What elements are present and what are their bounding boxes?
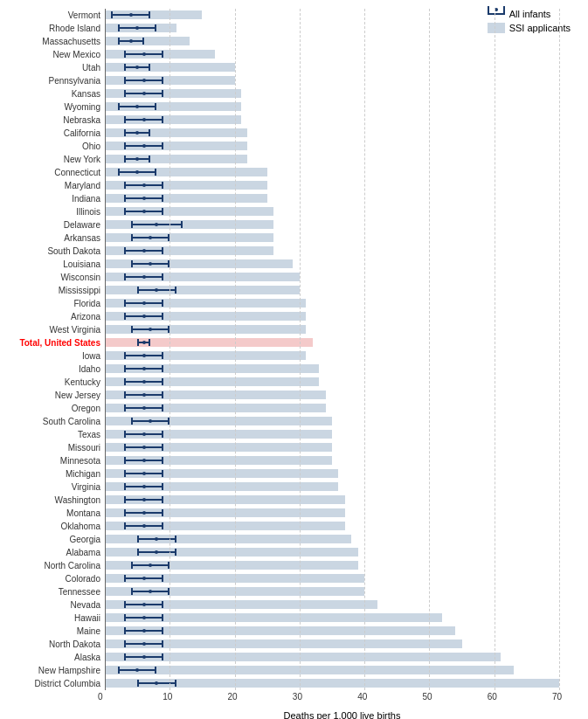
x-axis-tick-label: 60: [488, 692, 497, 702]
error-bar: [124, 377, 163, 386]
error-bar: [124, 351, 163, 360]
x-axis-tick-label: 20: [228, 692, 238, 702]
bar-row: Kansas: [105, 87, 559, 100]
state-label: Connecticut: [0, 168, 100, 177]
error-bar: [137, 679, 176, 688]
state-label: Minnesota: [0, 456, 100, 466]
state-label: Alabama: [0, 548, 100, 557]
error-bar: [124, 574, 163, 583]
error-bar: [124, 299, 163, 308]
bar-row: Florida: [105, 297, 559, 309]
ssi-bar: [105, 286, 300, 294]
state-label: Ohio: [0, 142, 100, 151]
state-label: Rhode Island: [0, 24, 100, 33]
error-bar: [124, 63, 150, 72]
error-bar: [118, 24, 157, 32]
bar-row: New York: [105, 153, 559, 165]
state-label: Arkansas: [0, 233, 100, 243]
error-bar: [131, 325, 170, 334]
bar-row: Ohio: [105, 140, 559, 152]
bar-row: Connecticut: [105, 166, 559, 178]
error-bar: [124, 639, 163, 648]
state-label: Nebraska: [0, 115, 100, 125]
bars-container: VermontRhode IslandMassachusettsNew Mexi…: [105, 9, 559, 689]
error-bar: [124, 391, 163, 399]
x-axis-tick-label: 40: [357, 692, 367, 702]
state-label: South Carolina: [0, 417, 100, 426]
state-label: Total, United States: [0, 338, 100, 348]
error-bar: [124, 495, 163, 504]
bar-row: Michigan: [105, 467, 559, 480]
state-label: Illinois: [0, 207, 100, 217]
error-bar: [137, 535, 176, 543]
bar-row: Hawaii: [105, 612, 559, 624]
state-label: Wisconsin: [0, 273, 100, 282]
state-label: New Mexico: [0, 50, 100, 59]
state-label: Alaska: [0, 653, 100, 662]
bar-row: Arkansas: [105, 232, 559, 244]
state-label: District Columbia: [0, 679, 100, 688]
state-label: New Hampshire: [0, 666, 100, 675]
error-bar: [124, 194, 163, 203]
state-label: Missouri: [0, 443, 100, 453]
state-label: Kentucky: [0, 377, 100, 387]
error-bar: [124, 50, 163, 59]
state-label: Tennessee: [0, 587, 100, 597]
error-bar: [124, 600, 163, 609]
error-bar: [131, 233, 170, 242]
state-label: Arizona: [0, 312, 100, 321]
state-label: New York: [0, 155, 100, 164]
x-axis-tick-label: 10: [163, 692, 172, 702]
state-label: Wyoming: [0, 102, 100, 112]
error-bar: [124, 443, 163, 452]
ssi-bar: [105, 666, 514, 674]
state-label: West Virginia: [0, 325, 100, 335]
bar-row: Texas: [105, 428, 559, 440]
error-bar: [124, 653, 163, 661]
state-label: Florida: [0, 299, 100, 308]
error-bar: [118, 168, 157, 176]
state-label: Hawaii: [0, 613, 100, 623]
bar-row: Georgia: [105, 533, 559, 545]
state-label: Utah: [0, 63, 100, 73]
state-label: Kansas: [0, 89, 100, 99]
x-axis-tick-label: 50: [422, 692, 432, 702]
error-bar: [118, 37, 144, 45]
bar-row: Washington: [105, 494, 559, 506]
bar-row: Maine: [105, 625, 559, 637]
error-bar: [124, 115, 163, 124]
bar-row: Kentucky: [105, 376, 559, 388]
bar-row: Maryland: [105, 179, 559, 191]
bar-row: Utah: [105, 61, 559, 73]
bar-row: Colorado: [105, 572, 559, 584]
state-label: Indiana: [0, 194, 100, 204]
state-label: Maryland: [0, 181, 100, 190]
state-label: Virginia: [0, 482, 100, 492]
state-label: Massachusetts: [0, 37, 100, 46]
state-label: Pennsylvania: [0, 76, 100, 86]
state-label: North Dakota: [0, 639, 100, 649]
bar-row: Minnesota: [105, 454, 559, 467]
error-bar: [124, 364, 163, 373]
state-label: New Jersey: [0, 391, 100, 400]
bar-row: North Dakota: [105, 638, 559, 650]
bar-row: New Jersey: [105, 389, 559, 401]
state-label: Idaho: [0, 364, 100, 374]
state-label: Nevada: [0, 600, 100, 610]
bar-row: Alabama: [105, 546, 559, 558]
bar-row: Arizona: [105, 310, 559, 322]
state-label: Iowa: [0, 351, 100, 361]
bar-row: California: [105, 127, 559, 139]
bar-row: Montana: [105, 507, 559, 519]
error-bar: [131, 587, 170, 596]
state-label: Georgia: [0, 535, 100, 544]
bar-row: Rhode Island: [105, 22, 559, 34]
error-bar: [124, 246, 163, 255]
error-bar: [124, 508, 163, 517]
bar-row: Mississippi: [105, 284, 559, 296]
error-bar: [137, 286, 176, 294]
bar-row: Tennessee: [105, 585, 559, 598]
state-label: Texas: [0, 430, 100, 439]
grid-line: [559, 9, 560, 690]
bar-row: Wisconsin: [105, 271, 559, 283]
